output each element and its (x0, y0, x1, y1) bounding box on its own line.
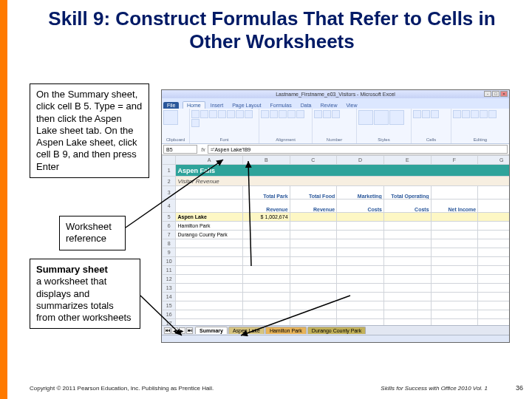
row-label[interactable]: Hamilton Park (176, 222, 242, 231)
underline-icon[interactable] (227, 110, 235, 118)
formula-bar[interactable]: ='Aspen Lake'!B9 (208, 145, 508, 154)
col-header[interactable]: C (290, 156, 337, 165)
find-select-icon[interactable] (488, 110, 497, 118)
tab-nav-next[interactable]: ▶ (179, 327, 185, 334)
sheet-tab-durango[interactable]: Durango County Park (307, 327, 366, 334)
paste-icon[interactable] (163, 110, 178, 125)
col-label[interactable]: Total Park (242, 186, 290, 200)
col-label[interactable]: Costs (337, 200, 384, 213)
accent-bar (0, 0, 7, 399)
sort-filter-icon[interactable] (480, 110, 488, 118)
minimize-button[interactable]: ‑ (484, 91, 491, 97)
border-icon[interactable] (236, 110, 244, 118)
excel-window: Lastname_Firstname_e03_Visitors - Micros… (161, 89, 510, 343)
fill-color-icon[interactable] (245, 110, 253, 118)
clear-icon[interactable] (471, 110, 479, 118)
row-header[interactable]: 9 (163, 248, 176, 257)
col-label[interactable]: Revenue (290, 200, 337, 213)
delete-cells-icon[interactable] (422, 110, 430, 118)
row-header[interactable]: 6 (163, 222, 176, 231)
bold-icon[interactable] (209, 110, 217, 118)
col-label[interactable]: Net Income (431, 200, 478, 213)
callout-worksheet-reference: Worksheet reference (59, 216, 126, 250)
autosum-icon[interactable] (453, 110, 461, 118)
row-header[interactable]: 14 (163, 293, 176, 301)
sheet-tab-summary[interactable]: Summary (195, 327, 228, 334)
ribbon-tab-data[interactable]: Data (297, 102, 316, 109)
align-center-icon[interactable] (270, 110, 278, 118)
conditional-formatting-icon[interactable] (358, 110, 373, 125)
ribbon-tab-view[interactable]: View (342, 102, 361, 109)
row-header[interactable]: 2 (163, 177, 176, 186)
number-format-icon[interactable] (314, 110, 322, 118)
comma-icon[interactable] (332, 110, 340, 118)
align-left-icon[interactable] (261, 110, 269, 118)
sheet-tab-aspen-lake[interactable]: Aspen Lake (228, 327, 265, 334)
row-header[interactable]: 7 (163, 231, 176, 239)
merge-icon[interactable] (296, 110, 304, 118)
footer-booktitle: Skills for Success with Office 2010 Vol.… (381, 385, 488, 392)
file-tab[interactable]: File (163, 102, 179, 109)
row-header[interactable]: 17 (163, 319, 176, 326)
tab-nav-first[interactable]: ⏮ (164, 327, 171, 334)
sheet-tab-hamilton-park[interactable]: Hamilton Park (265, 327, 307, 334)
italic-icon[interactable] (218, 110, 226, 118)
close-button[interactable]: × (500, 91, 508, 97)
row-header[interactable]: 12 (163, 275, 176, 284)
wrap-text-icon[interactable] (287, 110, 296, 118)
col-header[interactable]: D (337, 156, 384, 165)
callout-summary-body: a worksheet that displays and summarizes… (36, 276, 132, 323)
row-header[interactable]: 10 (163, 257, 176, 266)
name-box[interactable]: B5 (163, 145, 197, 154)
tab-nav-prev[interactable]: ◀ (171, 327, 178, 334)
col-header[interactable]: F (431, 156, 478, 165)
cell-styles-icon[interactable] (389, 110, 404, 125)
col-header[interactable]: G (478, 156, 509, 165)
grid[interactable]: A B C D E F G 1 Aspen Falls 2 Visitor Re… (162, 155, 509, 325)
row-header[interactable]: 13 (163, 284, 176, 293)
ribbon-group-font: Font (191, 137, 257, 142)
tab-nav-last[interactable]: ⏭ (186, 327, 193, 334)
ribbon-tab-home[interactable]: Home (183, 101, 205, 109)
ribbon-tabs: File Home Insert Page Layout Formulas Da… (162, 98, 509, 109)
ribbon-tab-pagelayout[interactable]: Page Layout (228, 102, 265, 109)
row-header[interactable]: 15 (163, 301, 176, 310)
row-label[interactable]: Durango County Park (176, 231, 242, 239)
row-header[interactable]: 5 (163, 213, 176, 222)
row-header[interactable]: 11 (163, 266, 176, 275)
format-cells-icon[interactable] (431, 110, 439, 118)
select-all-corner[interactable] (163, 156, 176, 165)
row-header[interactable]: 1 (163, 165, 176, 177)
align-right-icon[interactable] (279, 110, 287, 118)
col-label[interactable]: Total Food (290, 186, 337, 200)
ribbon-tab-review[interactable]: Review (317, 102, 341, 109)
col-label[interactable]: Costs (383, 200, 431, 213)
col-label[interactable]: Total Operating (383, 186, 431, 200)
format-as-table-icon[interactable] (374, 110, 389, 125)
font-color-icon[interactable] (191, 119, 200, 127)
ribbon-tab-formulas[interactable]: Formulas (267, 102, 296, 109)
percent-icon[interactable] (323, 110, 331, 118)
sheet-title[interactable]: Aspen Falls (176, 165, 509, 177)
fill-icon[interactable] (462, 110, 470, 118)
row-header[interactable]: 16 (163, 310, 176, 319)
row-label[interactable]: Aspen Lake (176, 213, 242, 222)
col-label[interactable]: Marketing (337, 186, 384, 200)
font-icon[interactable] (191, 110, 200, 118)
row-header[interactable]: 8 (163, 239, 176, 248)
window-title: Lastname_Firstname_e03_Visitors - Micros… (276, 92, 395, 97)
col-header[interactable]: E (383, 156, 431, 165)
font-size-icon[interactable] (200, 110, 208, 118)
status-bar (162, 335, 509, 342)
cell-b5[interactable]: $ 1,002,674 (242, 213, 290, 222)
sheet-subtitle[interactable]: Visitor Revenue (176, 177, 509, 186)
row-header[interactable]: 4 (163, 200, 176, 213)
col-label[interactable]: Revenue (242, 200, 290, 213)
col-header[interactable]: B (242, 156, 290, 165)
col-header[interactable]: A (176, 156, 242, 165)
ribbon-tab-insert[interactable]: Insert (207, 102, 228, 109)
row-header[interactable]: 3 (163, 186, 176, 200)
maximize-button[interactable]: □ (492, 91, 499, 97)
fx-icon[interactable]: fx (199, 145, 208, 154)
insert-cells-icon[interactable] (413, 110, 421, 118)
